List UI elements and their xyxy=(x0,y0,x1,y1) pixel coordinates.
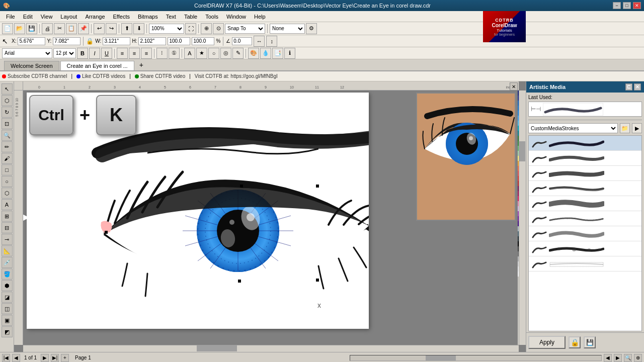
x-input[interactable] xyxy=(18,37,45,45)
subscribe-item[interactable]: Subscribe CDTFB channel xyxy=(2,73,67,79)
italic-btn[interactable]: I xyxy=(89,48,100,59)
h-pct-input[interactable] xyxy=(192,37,214,45)
browse-brushes-btn[interactable]: 📁 xyxy=(620,123,630,133)
twirl-tool[interactable]: ↻ xyxy=(2,107,13,118)
visit-item[interactable]: Visit CDTFB at: https://goo.gl/MfNBgI xyxy=(195,73,278,79)
extrude-tool[interactable]: ◩ xyxy=(2,326,13,337)
color-btn[interactable]: 🎨 xyxy=(248,48,259,59)
maximize-button[interactable]: □ xyxy=(623,2,631,9)
add-page-btn[interactable]: + xyxy=(61,354,69,362)
add-brush-btn[interactable]: ▶ xyxy=(632,123,642,133)
select-tool[interactable]: ↖ xyxy=(2,83,13,95)
panel-close-btn[interactable]: ✕ xyxy=(634,83,641,90)
parallel-tool[interactable]: ⊟ xyxy=(2,222,13,233)
snap2-btn[interactable]: ⊙ xyxy=(213,23,224,34)
menu-edit[interactable]: Edit xyxy=(19,13,37,21)
mirror-v-btn[interactable]: ↕ xyxy=(266,36,277,47)
menu-bitmaps[interactable]: Bitmaps xyxy=(134,13,162,21)
page-nav-end[interactable]: ▶| xyxy=(51,354,59,362)
undo-btn[interactable]: ↩ xyxy=(94,23,105,34)
polygon-tool[interactable]: ⬡ xyxy=(2,188,13,199)
tab-welcome[interactable]: Welcome Screen xyxy=(4,61,59,70)
canvas-area[interactable]: 0 1 2 3 4 5 6 7 8 9 10 11 12 inches 5 6 … xyxy=(14,81,526,352)
print-btn[interactable]: 🖨 xyxy=(42,23,53,34)
align-right-btn[interactable]: ≡ xyxy=(141,48,152,59)
page-nav-next[interactable]: ▶ xyxy=(41,354,49,362)
w-pct-input[interactable] xyxy=(168,37,190,45)
font-select[interactable]: Arial xyxy=(2,48,52,58)
redo-btn[interactable]: ↪ xyxy=(106,23,117,34)
brush-category-select[interactable]: CustomMediaStrokes Brush Strokes Sprays xyxy=(528,123,618,133)
dropper-btn[interactable]: 💧 xyxy=(260,48,271,59)
snap-to-select[interactable]: Snap To xyxy=(225,24,265,34)
share-item[interactable]: Share CDTFB video xyxy=(135,73,185,79)
envelope-tool[interactable]: ▣ xyxy=(2,315,13,326)
layers-btn[interactable]: 📑 xyxy=(272,48,283,59)
lock-button[interactable]: 🔒 xyxy=(569,336,581,348)
freehand-tool[interactable]: ✏ xyxy=(2,141,13,152)
options-btn[interactable]: ⚙ xyxy=(306,23,317,34)
menu-view[interactable]: View xyxy=(37,13,57,21)
menu-text[interactable]: Text xyxy=(162,13,180,21)
vertical-scrollbar[interactable] xyxy=(519,90,526,345)
smart-draw-btn[interactable]: ✎ xyxy=(232,48,244,59)
brush-item-8[interactable] xyxy=(529,241,641,256)
full-screen-btn[interactable]: ⛶ xyxy=(185,23,196,34)
v-scroll-thumb[interactable] xyxy=(519,141,525,161)
menu-window[interactable]: Window xyxy=(222,13,250,21)
panel-lock-btn[interactable]: ⊏ xyxy=(625,83,632,90)
bullet-btn[interactable]: ⁝ xyxy=(156,48,168,59)
y-input[interactable] xyxy=(53,37,80,45)
brush-item-2[interactable] xyxy=(529,151,641,166)
node-tool[interactable]: ⬡ xyxy=(2,95,13,106)
page-nav-start[interactable]: |◀ xyxy=(2,354,10,362)
w-input[interactable] xyxy=(103,37,130,45)
ellipse-btn[interactable]: ○ xyxy=(208,48,219,59)
menu-layout[interactable]: Layout xyxy=(56,13,81,21)
like-item[interactable]: Like CDTFB videos xyxy=(76,73,125,79)
eyedrop-tool[interactable]: 💉 xyxy=(2,257,13,268)
star-btn[interactable]: ★ xyxy=(196,48,207,59)
zoom-select[interactable]: 100% 75% 150% xyxy=(149,24,184,34)
canvas-nav-left[interactable]: ▶ xyxy=(23,212,29,222)
brush-item-6[interactable] xyxy=(529,211,641,226)
menu-file[interactable]: File xyxy=(2,13,19,21)
menu-help[interactable]: Help xyxy=(250,13,270,21)
brush-item-1[interactable] xyxy=(529,136,641,151)
text-tool[interactable]: A xyxy=(2,199,13,210)
shadow-tool[interactable]: ◪ xyxy=(2,292,13,303)
scroll-right-btn[interactable]: ▶ xyxy=(614,354,622,362)
menu-arrange[interactable]: Arrange xyxy=(81,13,109,21)
spiral-btn[interactable]: ◎ xyxy=(220,48,231,59)
rect-tool[interactable]: □ xyxy=(2,164,13,175)
cut-btn[interactable]: ✂ xyxy=(54,23,65,34)
menu-tools[interactable]: Tools xyxy=(201,13,222,21)
brush-item-3[interactable] xyxy=(529,166,641,181)
interactive-tool[interactable]: ⬢ xyxy=(2,280,13,291)
table-tool[interactable]: ⊞ xyxy=(2,211,13,222)
menu-table[interactable]: Table xyxy=(180,13,201,21)
h-scroll-thumb-status[interactable] xyxy=(426,355,456,360)
menu-effects[interactable]: Effects xyxy=(109,13,134,21)
mirror-h-btn[interactable]: ↔ xyxy=(254,36,265,47)
open-btn[interactable]: 📂 xyxy=(14,23,25,34)
fill-tool[interactable]: 🪣 xyxy=(2,268,13,280)
numbering-btn[interactable]: ① xyxy=(169,48,180,59)
page-nav-prev[interactable]: ◀ xyxy=(12,354,20,362)
artistic-tool[interactable]: 🖌 xyxy=(2,153,13,164)
add-tab-button[interactable]: + xyxy=(135,59,147,70)
tab-eye[interactable]: Create an Eye in corel ... xyxy=(60,61,134,70)
minimize-button[interactable]: − xyxy=(613,2,621,9)
none-select[interactable]: None xyxy=(270,24,305,34)
scroll-left-btn[interactable]: ◀ xyxy=(604,354,612,362)
crop-tool[interactable]: ⊡ xyxy=(2,118,13,129)
close-button[interactable]: ✕ xyxy=(633,2,641,9)
underline-btn[interactable]: U xyxy=(101,48,112,59)
snap-btn[interactable]: ⊕ xyxy=(201,23,212,34)
bold-btn[interactable]: B xyxy=(77,48,88,59)
canvas-close-btn[interactable]: ✕ xyxy=(510,82,518,90)
export-btn[interactable]: ⬇ xyxy=(133,23,144,34)
font-size-select[interactable]: 12 pt xyxy=(53,48,76,58)
horizontal-scrollbar[interactable] xyxy=(23,345,519,352)
h-scrollbar-status[interactable] xyxy=(350,355,602,361)
